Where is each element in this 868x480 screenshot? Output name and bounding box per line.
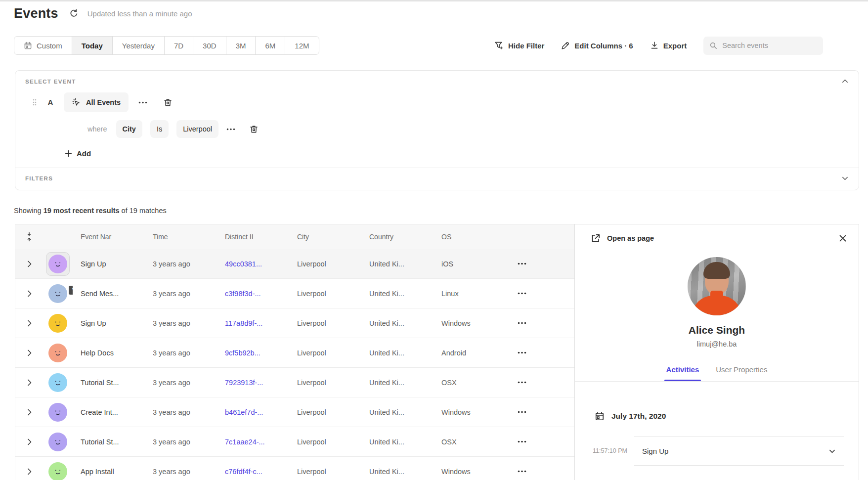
user-avatar[interactable] xyxy=(48,314,67,333)
top-divider xyxy=(0,0,868,1)
row-more-icon[interactable] xyxy=(506,470,574,473)
table-row[interactable]: Sign Up 3 years ago 49cc0381... Liverpoo… xyxy=(15,249,574,279)
date-range-30d[interactable]: 30D xyxy=(193,37,226,54)
date-range-label: 30D xyxy=(203,42,217,50)
value-label: Liverpool xyxy=(183,125,212,133)
operator-chip[interactable]: Is xyxy=(150,120,169,138)
date-range-label: 12M xyxy=(295,42,309,50)
row-more-icon[interactable] xyxy=(506,351,574,354)
delete-event-icon[interactable] xyxy=(163,98,173,107)
expand-row-icon[interactable] xyxy=(15,290,43,297)
distinct-id-link[interactable]: 117a8d9f-... xyxy=(217,319,289,327)
column-header-distinct-id[interactable]: Distinct II xyxy=(217,233,289,241)
all-events-chip[interactable]: All Events xyxy=(64,92,129,112)
event-more-icon[interactable] xyxy=(138,101,147,104)
filters-label: FILTERS xyxy=(25,175,53,181)
distinct-id-link[interactable]: c3f98f3d-... xyxy=(217,290,289,298)
search-events-box[interactable] xyxy=(703,37,823,55)
distinct-id-link[interactable]: 7c1aae24-... xyxy=(217,438,289,446)
chevron-down-icon[interactable] xyxy=(828,447,836,455)
calendar-icon xyxy=(24,42,32,50)
collapse-rows-icon[interactable] xyxy=(15,232,43,242)
distinct-id-link[interactable]: c76fdf4f-c... xyxy=(217,468,289,476)
distinct-id-link[interactable]: b461ef7d-... xyxy=(217,408,289,416)
add-event-button[interactable]: Add xyxy=(65,146,91,161)
hide-filter-button[interactable]: Hide Filter xyxy=(494,41,544,50)
export-button[interactable]: Export xyxy=(650,41,687,50)
table-row[interactable]: App Install 3 years ago c76fdf4f-c... Li… xyxy=(15,457,574,480)
column-header-time[interactable]: Time xyxy=(145,233,217,241)
property-chip[interactable]: City xyxy=(116,120,142,138)
user-avatar[interactable] xyxy=(48,255,67,273)
date-range-6m[interactable]: 6M xyxy=(256,37,285,54)
expand-row-icon[interactable] xyxy=(15,379,43,386)
delete-where-icon[interactable] xyxy=(249,125,259,134)
expand-row-icon[interactable] xyxy=(15,261,43,267)
distinct-id-link[interactable]: 9cf5b92b... xyxy=(217,349,289,357)
column-header-city[interactable]: City xyxy=(289,233,361,241)
expand-row-icon[interactable] xyxy=(15,468,43,475)
date-range-3m[interactable]: 3M xyxy=(226,37,256,54)
date-range-custom[interactable]: Custom xyxy=(14,37,72,54)
where-more-icon[interactable] xyxy=(226,128,235,131)
date-range-12m[interactable]: 12M xyxy=(285,37,318,54)
tab-user-properties[interactable]: User Properties xyxy=(716,361,767,381)
page-header: Events Updated less than a minute ago xyxy=(14,6,192,21)
table-row[interactable]: Create Int... 3 years ago b461ef7d-... L… xyxy=(15,397,574,427)
table-row[interactable]: Tutorial St... 3 years ago 7c1aae24-... … xyxy=(15,427,574,457)
calendar-icon xyxy=(595,411,605,421)
column-header-os[interactable]: OS xyxy=(434,233,506,241)
toolbar-actions: Hide Filter Edit Columns · 6 Export xyxy=(494,36,823,55)
city-cell: Liverpool xyxy=(289,319,361,327)
row-more-icon[interactable] xyxy=(506,262,574,265)
table-row[interactable]: View Profile Send Mes... 3 years ago c3f… xyxy=(15,279,574,308)
user-avatar[interactable] xyxy=(48,344,67,362)
date-range-today[interactable]: Today xyxy=(72,37,113,54)
chevron-up-icon[interactable] xyxy=(841,78,849,85)
table-row[interactable]: Sign Up 3 years ago 117a8d9f-... Liverpo… xyxy=(15,308,574,338)
date-range-7d[interactable]: 7D xyxy=(165,37,193,54)
expand-row-icon[interactable] xyxy=(15,320,43,327)
profile-photo[interactable] xyxy=(688,257,746,315)
selected-avatar-box[interactable] xyxy=(46,252,70,276)
date-range-yesterday[interactable]: Yesterday xyxy=(113,37,165,54)
user-avatar[interactable] xyxy=(48,403,67,422)
edit-columns-button[interactable]: Edit Columns · 6 xyxy=(561,41,633,50)
expand-row-icon[interactable] xyxy=(15,438,43,445)
table-row[interactable]: Tutorial St... 3 years ago 7923913f-... … xyxy=(15,368,574,397)
os-cell: OSX xyxy=(434,438,506,446)
user-avatar[interactable] xyxy=(48,462,67,480)
value-chip[interactable]: Liverpool xyxy=(176,120,218,138)
query-builder-card: SELECT EVENT A All Events xyxy=(15,70,859,190)
user-avatar[interactable] xyxy=(48,373,67,392)
close-panel-icon[interactable] xyxy=(839,234,847,242)
row-more-icon[interactable] xyxy=(506,292,574,295)
filters-section[interactable]: FILTERS xyxy=(25,175,849,182)
table-row[interactable]: Help Docs 3 years ago 9cf5b92b... Liverp… xyxy=(15,338,574,368)
row-more-icon[interactable] xyxy=(506,322,574,324)
expand-row-icon[interactable] xyxy=(15,409,43,416)
distinct-id-link[interactable]: 49cc0381... xyxy=(217,260,289,268)
event-letter: A xyxy=(47,98,54,106)
event-name-cell: Sign Up xyxy=(73,260,145,268)
column-header-event-name[interactable]: Event Nar xyxy=(73,233,145,241)
refresh-icon[interactable] xyxy=(69,9,79,18)
select-event-label: SELECT EVENT xyxy=(25,79,76,85)
row-more-icon[interactable] xyxy=(506,440,574,443)
drag-handle-icon[interactable] xyxy=(32,98,37,106)
user-avatar[interactable] xyxy=(48,284,67,303)
open-as-page-button[interactable]: Open as page xyxy=(591,233,654,243)
distinct-id-link[interactable]: 7923913f-... xyxy=(217,379,289,387)
user-avatar[interactable] xyxy=(48,433,67,451)
chevron-down-icon[interactable] xyxy=(841,175,849,182)
row-more-icon[interactable] xyxy=(506,411,574,413)
country-cell: United Ki... xyxy=(361,379,434,387)
tab-activities[interactable]: Activities xyxy=(666,361,699,381)
search-events-input[interactable] xyxy=(722,42,817,49)
time-cell: 3 years ago xyxy=(145,290,217,298)
column-header-country[interactable]: Country xyxy=(361,233,434,241)
activity-item[interactable]: Sign Up xyxy=(634,436,844,466)
row-more-icon[interactable] xyxy=(506,381,574,384)
expand-row-icon[interactable] xyxy=(15,349,43,356)
all-events-label: All Events xyxy=(86,98,121,106)
